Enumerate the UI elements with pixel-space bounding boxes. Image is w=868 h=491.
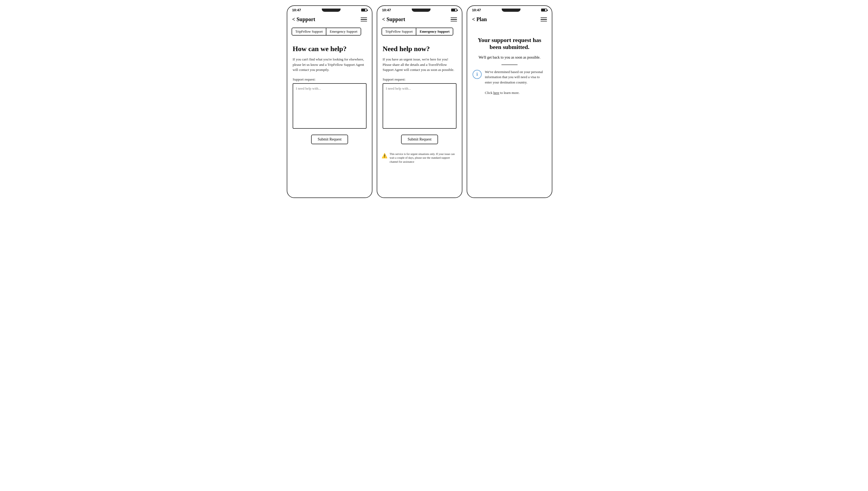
notch-1 bbox=[322, 8, 341, 12]
tab-emergency-support-2[interactable]: Emergency Support bbox=[416, 28, 453, 36]
screen2-content: Need help now? If you have an urgent iss… bbox=[377, 38, 462, 150]
nav-bar-2: < Support bbox=[377, 13, 462, 25]
menu-button-1[interactable] bbox=[361, 18, 367, 22]
time-2: 10:47 bbox=[382, 8, 391, 12]
tab-tripfellow-support-1[interactable]: TripFellow Support bbox=[291, 28, 326, 36]
back-button-1[interactable]: < Support bbox=[292, 16, 315, 23]
menu-button-2[interactable] bbox=[451, 18, 457, 22]
notch-3 bbox=[502, 8, 521, 12]
support-textarea-1[interactable] bbox=[292, 83, 367, 129]
confirmation-sub: We'll get back to you as soon as possibl… bbox=[473, 55, 547, 60]
screen3-content: Your support request has been submitted.… bbox=[467, 25, 552, 103]
tab-tripfellow-support-2[interactable]: TripFellow Support bbox=[382, 28, 416, 36]
divider bbox=[501, 64, 517, 65]
submit-button-2[interactable]: Submit Request bbox=[401, 135, 438, 144]
battery-1 bbox=[361, 8, 367, 11]
menu-button-3[interactable] bbox=[540, 18, 547, 22]
back-button-2[interactable]: < Support bbox=[382, 16, 405, 23]
battery-3 bbox=[541, 8, 547, 11]
time-1: 10:47 bbox=[292, 8, 301, 12]
info-text: We've determined based on your personal … bbox=[485, 69, 547, 95]
info-text-main: We've determined based on your personal … bbox=[485, 70, 543, 84]
info-row: ℹ We've determined based on your persona… bbox=[473, 69, 547, 95]
main-title-2: Need help now? bbox=[383, 45, 456, 53]
status-bar-2: 10:47 bbox=[377, 6, 462, 13]
phone-screen-1: 10:47 < Support TripFellow Support Emerg… bbox=[287, 5, 372, 198]
confirmation-title: Your support request has been submitted. bbox=[473, 37, 547, 51]
form-label-1: Support request: bbox=[292, 77, 367, 82]
main-canvas: 10:47 < Support TripFellow Support Emerg… bbox=[287, 5, 581, 198]
warning-icon: ⚠️ bbox=[382, 152, 387, 159]
phone-screen-2: 10:47 < Support TripFellow Support Emerg… bbox=[377, 5, 463, 198]
tab-row-1: TripFellow Support Emergency Support bbox=[287, 25, 372, 38]
sub-text-1: If you can't find what you're looking fo… bbox=[292, 57, 367, 73]
nav-bar-3: < Plan bbox=[467, 13, 552, 25]
time-3: 10:47 bbox=[472, 8, 481, 12]
nav-bar-1: < Support bbox=[287, 13, 372, 25]
here-link[interactable]: here bbox=[493, 91, 499, 95]
status-bar-3: 10:47 bbox=[467, 6, 552, 13]
support-textarea-2[interactable] bbox=[383, 83, 456, 129]
info-icon: ℹ bbox=[473, 70, 482, 79]
battery-2 bbox=[451, 8, 457, 11]
tab-row-2: TripFellow Support Emergency Support bbox=[377, 25, 462, 38]
tab-emergency-support-1[interactable]: Emergency Support bbox=[326, 28, 361, 36]
phone-screen-3: 10:47 < Plan Your support request has be… bbox=[467, 5, 552, 198]
screen1-content: How can we help? If you can't find what … bbox=[287, 38, 372, 150]
form-label-2: Support request: bbox=[383, 77, 456, 82]
sub-text-2: If you have an urgent issue, we're here … bbox=[383, 57, 456, 73]
notch-2 bbox=[412, 8, 430, 12]
status-bar-1: 10:47 bbox=[287, 6, 372, 13]
submit-button-1[interactable]: Submit Request bbox=[311, 135, 348, 144]
warning-text: This service is for urgent situations on… bbox=[390, 152, 457, 164]
main-title-1: How can we help? bbox=[292, 45, 367, 53]
back-button-3[interactable]: < Plan bbox=[472, 16, 487, 23]
warning-banner: ⚠️ This service is for urgent situations… bbox=[382, 152, 457, 164]
